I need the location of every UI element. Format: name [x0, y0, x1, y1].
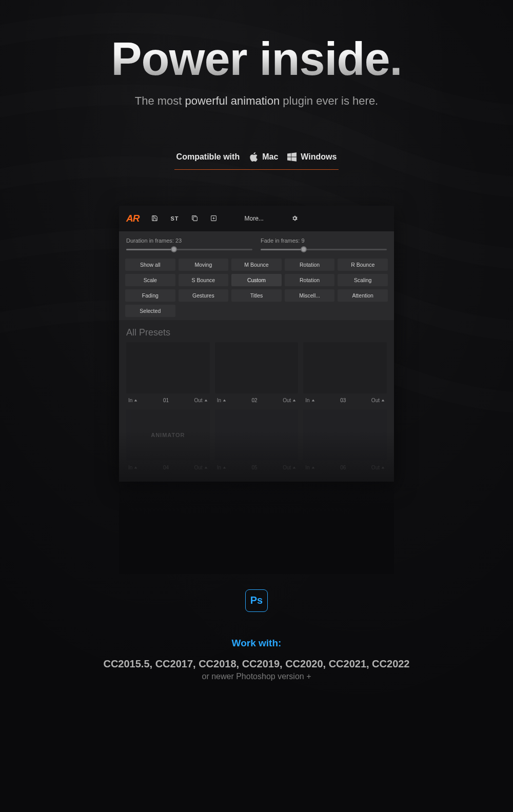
- logo: AR: [126, 213, 139, 224]
- category-titles[interactable]: Titles: [231, 289, 282, 302]
- category-moving[interactable]: Moving: [179, 259, 229, 271]
- add-icon[interactable]: [210, 215, 217, 222]
- preset-meta: In01Out: [126, 393, 210, 404]
- hero-sub-post: plugin ever is here.: [280, 94, 378, 107]
- layers-icon[interactable]: [191, 215, 198, 222]
- category-s-bounce[interactable]: S Bounce: [179, 274, 229, 286]
- more-button[interactable]: More...: [245, 215, 264, 222]
- preset-card-02: In02Out: [215, 342, 299, 404]
- hero-title: Power inside.: [0, 36, 513, 82]
- ps-label: Ps: [250, 595, 263, 606]
- hero-sub-em: powerful animation: [185, 94, 280, 107]
- hero-sub-pre: The most: [135, 94, 185, 107]
- in-button[interactable]: In: [128, 465, 137, 470]
- preset-meta: In04Out: [126, 461, 210, 471]
- hero: Power inside. The most powerful animatio…: [0, 0, 513, 109]
- compat-mac: Mac: [249, 152, 278, 162]
- preset-thumbnail[interactable]: [303, 409, 387, 461]
- compat-mac-label: Mac: [262, 152, 278, 162]
- preset-number: 03: [340, 398, 346, 403]
- category-scaling[interactable]: Scaling: [338, 274, 388, 286]
- preset-meta: In03Out: [303, 393, 387, 404]
- in-button[interactable]: In: [305, 465, 314, 470]
- sliders: Duration in frames: 23 Fade in frames: 9: [119, 231, 394, 253]
- preset-card-06: In06Out: [303, 409, 387, 471]
- compat-label: Compatible with: [176, 152, 240, 162]
- category-rotation[interactable]: Rotation: [285, 259, 335, 271]
- preset-thumbnail[interactable]: [215, 409, 299, 461]
- hero-subtitle: The most powerful animation plugin ever …: [0, 93, 513, 109]
- preset-number: 06: [340, 465, 346, 470]
- preset-number: 04: [163, 465, 169, 470]
- preset-thumbnail[interactable]: [303, 342, 387, 393]
- category-selected[interactable]: Selected: [125, 305, 175, 317]
- work-with-label: Work with:: [0, 638, 513, 649]
- category-r-bounce[interactable]: R Bounce: [338, 259, 388, 271]
- save-icon[interactable]: [151, 215, 158, 222]
- compat-windows-label: Windows: [301, 152, 337, 162]
- out-button[interactable]: Out: [283, 398, 296, 403]
- category-gestures[interactable]: Gestures: [179, 289, 229, 302]
- in-button[interactable]: In: [217, 465, 226, 470]
- preset-thumbnail[interactable]: [126, 342, 210, 393]
- preset-number: 05: [252, 465, 258, 470]
- category-grid: Show allMovingM BounceRotationR BounceSc…: [119, 253, 394, 320]
- svg-rect-1: [193, 217, 197, 221]
- category-rotation[interactable]: Rotation: [285, 274, 335, 286]
- bottom-section: Ps Work with: CC2015.5, CC2017, CC2018, …: [0, 589, 513, 681]
- versions: CC2015.5, CC2017, CC2018, CC2019, CC2020…: [0, 658, 513, 681]
- in-button[interactable]: In: [128, 398, 137, 403]
- compat-windows: Windows: [287, 152, 337, 162]
- windows-icon: [287, 152, 297, 162]
- category-show-all[interactable]: Show all: [125, 259, 175, 271]
- category-custom[interactable]: Custom: [231, 274, 282, 286]
- preset-meta: In02Out: [215, 393, 299, 404]
- in-button[interactable]: In: [305, 398, 314, 403]
- plugin-panel: AR ST More... Du: [119, 206, 394, 482]
- category-attention[interactable]: Attention: [338, 289, 388, 302]
- category-miscell-[interactable]: Miscell...: [285, 289, 335, 302]
- section-title: All Presets: [119, 320, 394, 342]
- preset-card-05: In05Out: [215, 409, 299, 471]
- versions-list: CC2015.5, CC2017, CC2018, CC2019, CC2020…: [103, 658, 409, 669]
- preset-meta: In06Out: [303, 461, 387, 471]
- preset-number: 02: [252, 398, 258, 403]
- category-m-bounce[interactable]: M Bounce: [231, 259, 282, 271]
- preset-grid: In01OutIn02OutIn03OutANIMATORIn04OutIn05…: [119, 342, 394, 482]
- toolbar: AR ST More...: [119, 206, 394, 231]
- preset-meta: In05Out: [215, 461, 299, 471]
- preset-number: 01: [163, 398, 169, 403]
- gear-icon[interactable]: [291, 215, 298, 222]
- out-button[interactable]: Out: [371, 465, 385, 470]
- in-button[interactable]: In: [217, 398, 226, 403]
- out-button[interactable]: Out: [283, 465, 296, 470]
- preset-card-04: ANIMATORIn04Out: [126, 409, 210, 471]
- st-button[interactable]: ST: [170, 215, 179, 222]
- out-button[interactable]: Out: [371, 398, 385, 403]
- preset-thumbnail[interactable]: [215, 342, 299, 393]
- compat-bar: Compatible with Mac Windows: [174, 145, 339, 170]
- versions-sub: or newer Photoshop version +: [0, 672, 513, 681]
- category-scale[interactable]: Scale: [125, 274, 175, 286]
- category-fading[interactable]: Fading: [125, 289, 175, 302]
- preset-card-01: In01Out: [126, 342, 210, 404]
- preset-thumbnail[interactable]: ANIMATOR: [126, 409, 210, 461]
- photoshop-icon: Ps: [245, 589, 268, 612]
- preset-card-03: In03Out: [303, 342, 387, 404]
- fade-label: Fade in frames: 9: [261, 237, 387, 244]
- out-button[interactable]: Out: [194, 465, 208, 470]
- duration-label: Duration in frames: 23: [126, 237, 252, 244]
- apple-icon: [249, 152, 258, 162]
- out-button[interactable]: Out: [194, 398, 208, 403]
- duration-slider[interactable]: Duration in frames: 23: [126, 237, 252, 250]
- fade-slider[interactable]: Fade in frames: 9: [261, 237, 387, 250]
